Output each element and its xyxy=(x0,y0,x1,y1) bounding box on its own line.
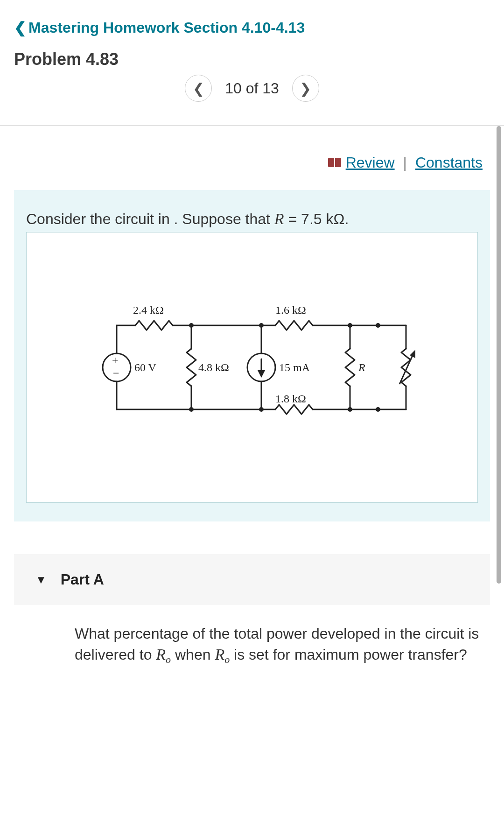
label-r3: 4.8 kΩ xyxy=(198,361,229,373)
links-row: Review | Constants xyxy=(14,154,490,171)
q-var1: R xyxy=(156,646,166,663)
intro-equals: = 7.5 kΩ xyxy=(284,211,345,227)
q-var2: R xyxy=(215,646,224,663)
svg-point-32 xyxy=(376,407,380,412)
svg-marker-18 xyxy=(258,370,265,378)
back-link[interactable]: ❮ Mastering Homework Section 4.10-4.13 xyxy=(14,19,490,36)
review-label: Review xyxy=(346,154,395,171)
svg-point-29 xyxy=(189,407,194,412)
label-r2: 1.6 kΩ xyxy=(275,304,306,316)
q-sub1: o xyxy=(166,654,171,666)
problem-title: Problem 4.83 xyxy=(14,49,490,69)
scroll-thumb[interactable] xyxy=(497,126,501,584)
label-r4: 1.8 kΩ xyxy=(275,393,306,405)
next-button[interactable]: ❯ xyxy=(292,75,319,102)
chevron-left-icon: ❮ xyxy=(193,80,204,97)
prev-button[interactable]: ❮ xyxy=(185,75,212,102)
svg-point-28 xyxy=(376,323,380,328)
svg-point-26 xyxy=(259,323,264,328)
svg-point-30 xyxy=(259,407,264,412)
intro-prefix: Consider the circuit in . Suppose that xyxy=(26,211,274,227)
q-seg2: when xyxy=(171,646,215,663)
scrollbar[interactable] xyxy=(497,126,501,824)
label-r1: 2.4 kΩ xyxy=(133,304,164,316)
intro-var: R xyxy=(274,210,284,227)
circuit-figure: .wire{stroke:#222;stroke-width:3;fill:no… xyxy=(26,232,478,503)
book-icon xyxy=(328,158,341,168)
constants-link[interactable]: Constants xyxy=(415,154,483,171)
part-a-label: Part A xyxy=(61,571,104,588)
chevron-right-icon: ❯ xyxy=(300,80,311,97)
review-link[interactable]: Review xyxy=(328,154,395,171)
label-vsrc: 60 V xyxy=(134,361,157,373)
svg-text:−: − xyxy=(113,367,119,379)
back-link-label: Mastering Homework Section 4.10-4.13 xyxy=(28,19,305,36)
caret-down-icon: ▼ xyxy=(35,573,47,586)
part-a-header[interactable]: ▼ Part A xyxy=(14,554,490,605)
svg-point-31 xyxy=(348,407,352,412)
separator: | xyxy=(403,154,407,171)
label-isrc: 15 mA xyxy=(279,361,310,373)
svg-point-27 xyxy=(348,323,352,328)
q-sub2: o xyxy=(224,654,230,666)
nav-position: 10 of 13 xyxy=(225,80,279,97)
label-R: R xyxy=(358,361,365,373)
question-text: What percentage of the total power devel… xyxy=(75,624,481,667)
problem-intro: Consider the circuit in . Suppose that R… xyxy=(14,190,490,521)
q-seg3: is set for maximum power transfer? xyxy=(230,646,467,663)
part-a-question: What percentage of the total power devel… xyxy=(14,605,490,667)
svg-line-23 xyxy=(399,353,413,384)
intro-suffix: . xyxy=(344,211,349,227)
content-area: Review | Constants Consider the circuit … xyxy=(0,126,504,824)
svg-text:+: + xyxy=(112,354,119,366)
intro-text: Consider the circuit in . Suppose that R… xyxy=(26,209,478,229)
svg-point-25 xyxy=(189,323,194,328)
circuit-diagram: .wire{stroke:#222;stroke-width:3;fill:no… xyxy=(89,288,415,447)
label-Ro: Rₒ xyxy=(415,361,415,373)
chevron-left-icon: ❮ xyxy=(14,19,27,36)
problem-nav: ❮ 10 of 13 ❯ xyxy=(14,75,490,116)
